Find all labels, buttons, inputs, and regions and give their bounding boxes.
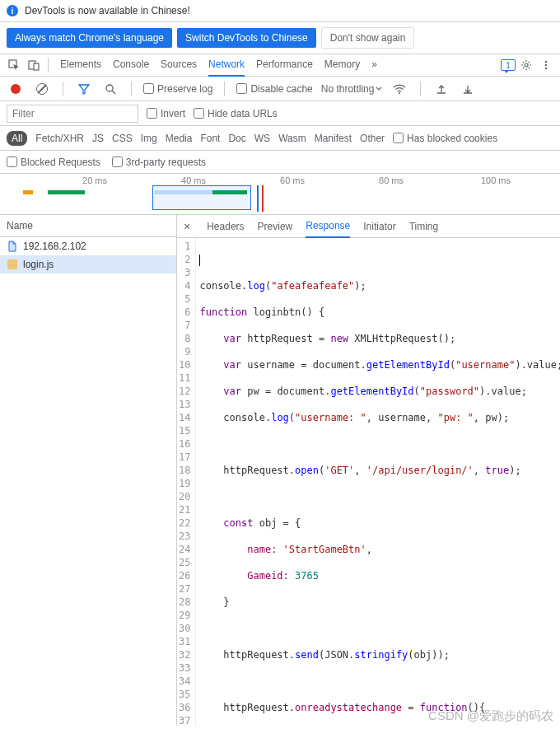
tab-headers[interactable]: Headers: [207, 216, 244, 237]
tab-preview[interactable]: Preview: [258, 216, 293, 237]
search-icon[interactable]: [101, 80, 119, 98]
throttling-select[interactable]: No throttling: [321, 83, 383, 95]
type-doc[interactable]: Doc: [228, 133, 245, 144]
network-toolbar: Preserve log Disable cache No throttling: [0, 77, 560, 101]
hide-data-urls-checkbox[interactable]: Hide data URLs: [194, 108, 278, 119]
tl-60: 60 ms: [280, 175, 305, 185]
name-column-header[interactable]: Name: [0, 215, 176, 237]
content-area: Name 192.168.2.102 login.js × Headers Pr…: [0, 215, 560, 726]
inspect-icon[interactable]: [5, 56, 23, 74]
svg-point-5: [545, 64, 547, 66]
timeline-bar: [212, 190, 247, 194]
record-icon[interactable]: [7, 80, 25, 98]
settings-icon[interactable]: [517, 56, 535, 74]
separator: [48, 58, 49, 72]
extra-filter-bar: Blocked Requests 3rd-party requests: [0, 151, 560, 174]
tl-40: 40 ms: [181, 175, 206, 185]
disable-cache-checkbox[interactable]: Disable cache: [236, 83, 312, 95]
wifi-icon[interactable]: [390, 80, 408, 98]
banner-actions: Always match Chrome's language Switch De…: [0, 22, 560, 54]
detail-tabs: × Headers Preview Response Initiator Tim…: [177, 215, 560, 238]
clear-icon[interactable]: [33, 80, 51, 98]
tab-elements[interactable]: Elements: [60, 54, 101, 77]
timeline-marker-blue: [257, 185, 259, 212]
request-list: Name 192.168.2.102 login.js: [0, 215, 177, 726]
timeline-bar: [155, 190, 212, 194]
type-ws[interactable]: WS: [254, 133, 270, 144]
info-icon: i: [7, 5, 18, 16]
filter-input[interactable]: [7, 105, 138, 123]
code-content: console.log("afeafeafeafe"); function lo…: [196, 238, 560, 726]
type-js[interactable]: JS: [92, 133, 104, 144]
request-name: login.js: [23, 259, 54, 270]
types-bar: All Fetch/XHR JS CSS Img Media Font Doc …: [0, 126, 560, 151]
request-row[interactable]: 192.168.2.102: [0, 237, 176, 255]
third-party-checkbox[interactable]: 3rd-party requests: [112, 157, 206, 168]
type-manifest[interactable]: Manifest: [315, 133, 352, 144]
timeline-bar: [48, 190, 85, 194]
type-font[interactable]: Font: [200, 133, 220, 144]
match-language-button[interactable]: Always match Chrome's language: [7, 28, 172, 48]
svg-point-3: [525, 63, 528, 67]
filter-toggle-icon[interactable]: [75, 80, 93, 98]
type-other[interactable]: Other: [360, 133, 385, 144]
svg-point-9: [399, 92, 400, 94]
timeline-marker-red: [262, 185, 264, 212]
svg-line-8: [112, 91, 115, 94]
tab-memory[interactable]: Memory: [324, 54, 360, 77]
language-banner: i DevTools is now available in Chinese!: [0, 0, 560, 22]
detail-panel: × Headers Preview Response Initiator Tim…: [177, 215, 560, 726]
tl-80: 80 ms: [379, 175, 404, 185]
upload-icon[interactable]: [432, 80, 450, 98]
separator: [420, 82, 421, 96]
type-fetch[interactable]: Fetch/XHR: [35, 133, 84, 144]
tab-network[interactable]: Network: [208, 54, 245, 77]
tab-console[interactable]: Console: [113, 54, 149, 77]
invert-checkbox[interactable]: Invert: [147, 108, 185, 119]
separator: [63, 82, 63, 96]
tab-sources[interactable]: Sources: [161, 54, 197, 77]
switch-chinese-button[interactable]: Switch DevTools to Chinese: [177, 28, 316, 48]
svg-point-4: [545, 61, 547, 63]
timeline-selection[interactable]: [152, 185, 251, 210]
type-media[interactable]: Media: [166, 133, 193, 144]
filter-bar: Invert Hide data URLs: [0, 101, 560, 126]
device-icon[interactable]: [25, 56, 43, 74]
svg-rect-2: [34, 63, 39, 70]
blocked-requests-checkbox[interactable]: Blocked Requests: [7, 157, 100, 168]
document-icon: [7, 241, 18, 252]
dismiss-button[interactable]: Don't show again: [321, 27, 415, 49]
type-css[interactable]: CSS: [112, 133, 133, 144]
code-area[interactable]: 1234567891011121314151617181920212223242…: [177, 238, 560, 726]
svg-point-6: [545, 68, 547, 69]
download-icon[interactable]: [459, 80, 477, 98]
preserve-log-checkbox[interactable]: Preserve log: [143, 83, 212, 95]
request-row[interactable]: login.js: [0, 255, 176, 273]
tab-response[interactable]: Response: [306, 215, 350, 238]
issues-badge[interactable]: 1: [501, 59, 516, 71]
separator: [224, 82, 225, 96]
tl-100: 100 ms: [481, 175, 511, 185]
tab-performance[interactable]: Performance: [256, 54, 313, 77]
main-tabs: Elements Console Sources Network Perform…: [60, 54, 499, 77]
type-img[interactable]: Img: [141, 133, 157, 144]
tab-more[interactable]: »: [371, 54, 377, 77]
tl-20: 20 ms: [82, 175, 107, 185]
timeline[interactable]: 20 ms 40 ms 60 ms 80 ms 100 ms: [0, 174, 560, 215]
banner-text: DevTools is now available in Chinese!: [25, 5, 190, 16]
js-file-icon: [7, 259, 18, 270]
blocked-cookies-checkbox[interactable]: Has blocked cookies: [393, 133, 497, 144]
timeline-bar: [23, 190, 33, 194]
type-all[interactable]: All: [7, 131, 27, 146]
request-name: 192.168.2.102: [23, 241, 86, 252]
type-wasm[interactable]: Wasm: [278, 133, 306, 144]
svg-point-7: [106, 85, 113, 91]
close-icon[interactable]: ×: [180, 220, 194, 233]
main-toolbar: Elements Console Sources Network Perform…: [0, 54, 560, 77]
line-gutter: 1234567891011121314151617181920212223242…: [177, 238, 196, 726]
separator: [131, 82, 132, 96]
tab-initiator[interactable]: Initiator: [363, 216, 395, 237]
kebab-icon[interactable]: [537, 56, 555, 74]
tab-timing[interactable]: Timing: [409, 216, 439, 237]
